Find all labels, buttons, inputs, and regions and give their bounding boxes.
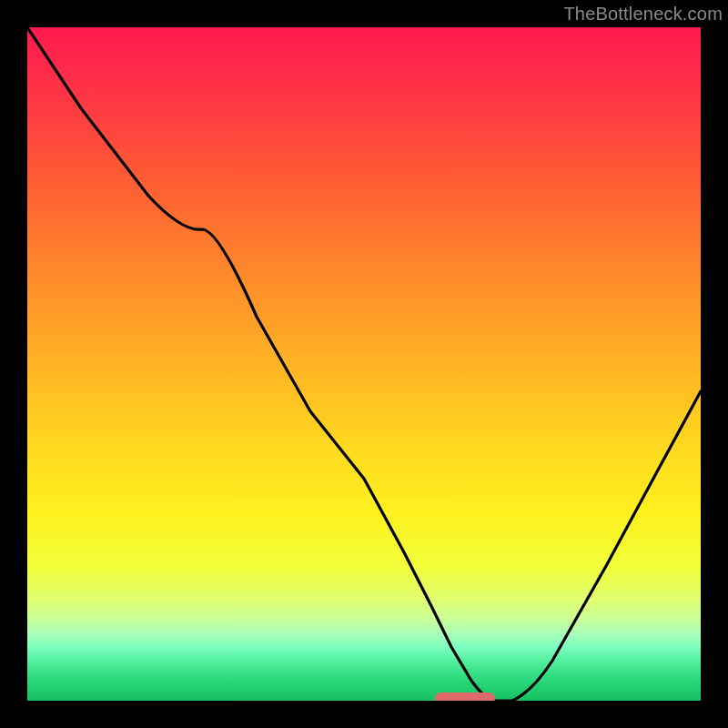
watermark-text: TheBottleneck.com [563, 4, 723, 25]
chart-marker [435, 693, 495, 701]
chart-overlay [27, 27, 701, 701]
chart-curve [27, 27, 701, 701]
